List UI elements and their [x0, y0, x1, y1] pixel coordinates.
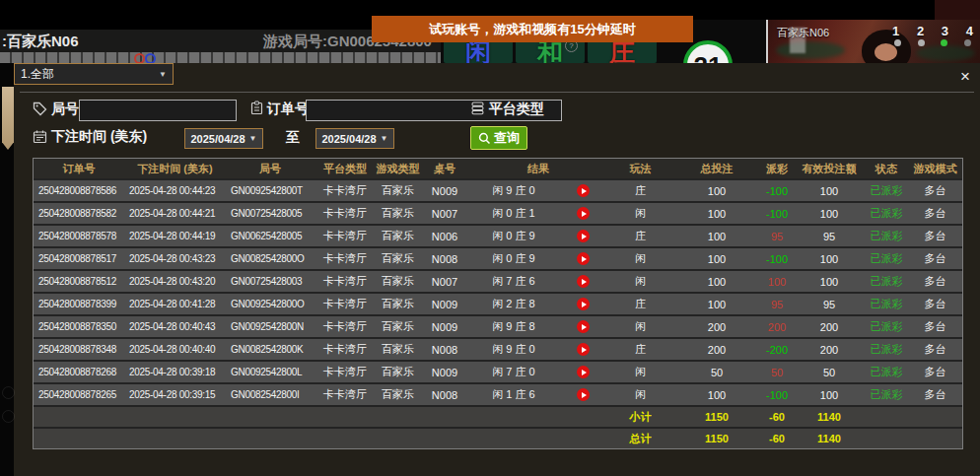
search-button[interactable]: 查询: [470, 126, 527, 150]
play-icon[interactable]: [577, 207, 590, 220]
sidebar-ghost-icon: [2, 386, 15, 399]
play-icon[interactable]: [577, 366, 590, 378]
play-icon[interactable]: [577, 230, 590, 242]
cell-order: 250428008878578: [34, 231, 124, 241]
cell-game-type: 百家乐: [376, 297, 420, 311]
cell-table-number: N007: [420, 276, 469, 288]
table-row: 2504280088783482025-04-28 00:40:40GN0082…: [34, 337, 962, 360]
cell-valid-bet: 200: [794, 321, 865, 333]
date-from-picker[interactable]: 2025/04/28 ▼: [184, 128, 263, 149]
play-icon[interactable]: [577, 184, 590, 197]
cell-table-number: N009: [420, 367, 469, 378]
cell-bet-time: 2025-04-28 00:44:21: [124, 208, 226, 219]
table-row: 2504280088785862025-04-28 00:44:23GN0092…: [34, 178, 962, 201]
cell-result: 闲 1 庄 6: [469, 387, 558, 402]
cell-platform: 卡卡湾厅: [315, 229, 376, 243]
cell-result: 闲 9 庄 8: [469, 319, 558, 334]
cell-valid-bet: 100: [794, 276, 865, 288]
date-from-value: 2025/04/28: [191, 133, 245, 145]
cell-status: 已派彩: [865, 387, 908, 402]
cell-round-number: GN00725428005: [226, 208, 315, 219]
cell-order: 250428008878399: [34, 299, 124, 309]
cell-order: 250428008878582: [34, 208, 124, 219]
order-filter-label: 订单号: [267, 101, 309, 118]
bet-history-modal: × 局号 订单号 平台类型 1.全部 ▼ 下注时间 (美东) 2025/04/2…: [14, 63, 980, 476]
play-icon[interactable]: [577, 252, 590, 265]
summary-payout: -60: [760, 411, 794, 423]
cell-table-number: N006: [420, 231, 469, 242]
cell-platform: 卡卡湾厅: [315, 297, 376, 311]
tag-icon: [33, 102, 47, 116]
cell-status: 已派彩: [865, 251, 908, 266]
cell-table-number: N009: [420, 321, 469, 333]
cell-game-type: 百家乐: [376, 274, 420, 289]
cell-round-number: GN0092542800T: [226, 185, 315, 196]
cell-game-mode: 多台: [908, 387, 962, 402]
cell-total-bet: 200: [673, 344, 760, 356]
table-row: 2504280088785122025-04-28 00:43:20GN0072…: [34, 269, 962, 292]
cell-bet-time: 2025-04-28 00:44:23: [124, 185, 226, 196]
cell-result: 闲 0 庄 9: [469, 251, 558, 266]
table-title: :百家乐N06: [2, 33, 79, 51]
bet-spot-label: 和: [537, 39, 563, 65]
cell-table-number: N008: [420, 389, 469, 401]
table-row: 2504280088783992025-04-28 00:41:28GN0092…: [34, 292, 962, 314]
platform-filter-label: 平台类型: [489, 101, 544, 118]
cell-round-number: GN00725428003: [226, 276, 315, 287]
cell-game-mode: 多台: [908, 206, 962, 221]
cell-valid-bet: 100: [794, 253, 865, 265]
platform-type-select[interactable]: 1.全部 ▼: [14, 63, 174, 85]
cell-total-bet: 100: [673, 276, 760, 288]
cell-valid-bet: 100: [794, 185, 865, 197]
cell-play: [558, 230, 607, 242]
play-icon[interactable]: [577, 320, 590, 333]
clipboard-icon: [249, 101, 264, 115]
video-table-shape: [776, 41, 845, 59]
bet-time-filter-label: 下注时间 (美东): [51, 128, 147, 146]
left-ribbon-tab[interactable]: [2, 87, 14, 150]
cell-order: 250428008878586: [34, 185, 124, 196]
cell-valid-bet: 50: [794, 367, 865, 378]
close-icon[interactable]: ×: [960, 68, 970, 85]
header-3: 平台类型: [315, 162, 376, 176]
cell-result: 闲 2 庄 8: [469, 297, 558, 311]
cell-total-bet: 50: [673, 367, 760, 378]
summary-total-bet: 1150: [673, 433, 760, 444]
cell-status: 已派彩: [865, 229, 908, 243]
seat-dots: [894, 39, 971, 46]
cell-table-number: N007: [420, 208, 469, 220]
cell-result: 闲 0 庄 9: [469, 229, 558, 243]
cell-status: 已派彩: [865, 297, 908, 311]
cell-bet-type: 闲: [607, 251, 673, 266]
table-row: 2504280088785172025-04-28 00:43:23GN0082…: [34, 246, 962, 269]
cell-game-type: 百家乐: [376, 183, 420, 198]
cell-play: [558, 298, 607, 310]
header-8: 总投注: [673, 162, 760, 176]
cell-table-number: N008: [420, 344, 469, 356]
cell-payout: -100: [760, 253, 794, 265]
subtotal-row: 小计1150-601140: [34, 405, 962, 427]
date-to-picker[interactable]: 2025/04/28 ▼: [315, 128, 394, 149]
cell-bet-time: 2025-04-28 00:39:18: [124, 367, 226, 377]
cell-bet-type: 闲: [607, 365, 673, 379]
cell-round-number: GN0082542800K: [226, 344, 315, 355]
cell-bet-type: 闲: [607, 206, 673, 221]
table-row: 2504280088785782025-04-28 00:44:19GN0062…: [34, 224, 962, 246]
cell-game-mode: 多台: [908, 229, 962, 243]
seat-number: 3: [942, 24, 948, 38]
play-icon[interactable]: [577, 275, 590, 288]
cell-valid-bet: 95: [794, 299, 865, 310]
cell-payout: 50: [760, 367, 794, 378]
calendar-icon: [33, 129, 47, 144]
seat-numbers: 1234: [892, 24, 973, 38]
cell-bet-time: 2025-04-28 00:41:28: [124, 299, 226, 309]
play-icon[interactable]: [577, 343, 590, 356]
play-icon[interactable]: [577, 388, 590, 401]
chevron-down-icon: ▼: [159, 70, 167, 79]
cell-bet-type: 庄: [607, 183, 673, 198]
cell-status: 已派彩: [865, 274, 908, 289]
play-icon[interactable]: [577, 298, 590, 310]
cell-game-mode: 多台: [908, 365, 962, 379]
cell-payout: -200: [760, 344, 794, 356]
round-number-input[interactable]: [79, 100, 237, 121]
